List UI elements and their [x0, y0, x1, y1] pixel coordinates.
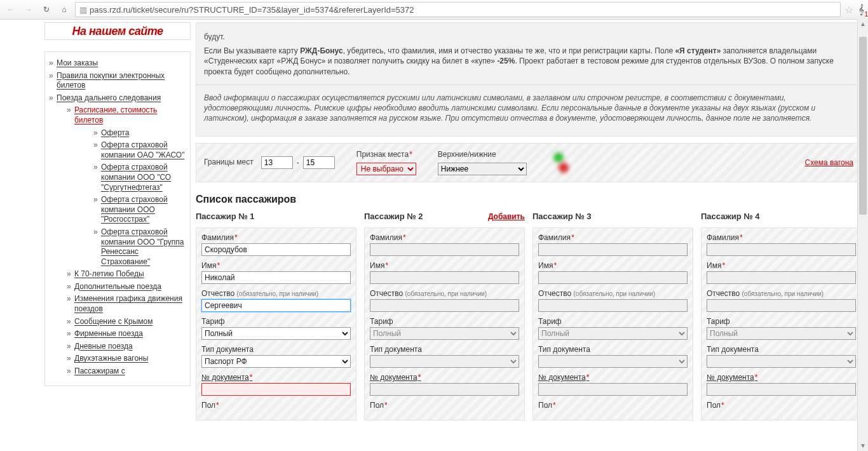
home-button[interactable]: ⌂ — [57, 3, 71, 17]
name-input[interactable] — [370, 271, 519, 284]
doctype-label: Тип документа — [370, 345, 519, 354]
surname-input[interactable] — [201, 243, 351, 256]
name-label: Имя — [201, 261, 351, 270]
passengers-heading: Список пассажиров — [196, 194, 862, 205]
docnum-label: № документа — [538, 373, 688, 382]
sidebar-link[interactable]: Дополнительные поезда — [74, 282, 161, 291]
seat-sign-label: Признак места — [356, 150, 416, 159]
patronymic-label: Отчество (обязательно, при наличии) — [707, 289, 856, 298]
doctype-label: Тип документа — [707, 345, 856, 354]
name-input[interactable] — [707, 271, 856, 284]
sidebar-link[interactable]: Оферта — [101, 128, 129, 137]
seat-tier-label: Верхние/нижние — [438, 150, 527, 159]
docnum-input[interactable] — [707, 383, 856, 396]
passenger-column: Пассажир № 4ФамилияИмяОтчество (обязател… — [701, 209, 862, 421]
seat-range-group: Границы мест - — [204, 156, 335, 169]
url-bar[interactable]: ▥ pass.rzd.ru/ticket/secure/ru?STRUCTURE… — [75, 2, 841, 17]
doctype-select[interactable]: Паспорт РФ — [370, 355, 519, 368]
sidebar-link[interactable]: Сообщение с Крымом — [74, 317, 153, 326]
seat-range-label: Границы мест — [204, 158, 254, 166]
patronymic-input[interactable] — [201, 299, 351, 312]
bookmark-star-icon[interactable]: ☆ — [844, 4, 853, 16]
scheme-link-wrap: Схема вагона — [805, 158, 853, 167]
patronymic-input[interactable] — [707, 299, 856, 312]
docnum-input[interactable] — [370, 383, 519, 396]
sidebar-link[interactable]: Изменения графика движения поездов — [74, 294, 182, 313]
surname-label: Фамилия — [538, 233, 688, 242]
surname-input[interactable] — [707, 243, 856, 256]
surname-input[interactable] — [370, 243, 519, 256]
seat-markers — [548, 154, 566, 172]
surname-label: Фамилия — [707, 233, 856, 242]
seat-options-bar: Границы мест - Признак места Не выбрано … — [196, 143, 862, 182]
name-input[interactable] — [201, 271, 351, 284]
page-scrollbar[interactable]: ▲ ▼ — [857, 19, 868, 421]
docnum-input[interactable] — [538, 383, 688, 396]
sidebar-link[interactable]: К 70-летию Победы — [74, 269, 144, 278]
url-text: pass.rzd.ru/ticket/secure/ru?STRUCTURE_I… — [90, 5, 414, 15]
info-box: будут. Если Вы указываете карту РЖД-Бону… — [196, 22, 862, 137]
seat-to-input[interactable] — [303, 156, 335, 169]
seat-sign-group: Признак места Не выбрано — [356, 150, 416, 175]
sidebar-link[interactable]: Поезда дальнего следования — [57, 93, 161, 102]
doctype-select[interactable]: Паспорт РФ — [707, 355, 856, 368]
scroll-up-arrow[interactable]: ▲ — [858, 19, 868, 29]
patronymic-input[interactable] — [370, 299, 519, 312]
sidebar-link[interactable]: Пассажирам с — [74, 367, 125, 375]
docnum-label: № документа — [370, 373, 519, 382]
sidebar-link[interactable]: Оферта страховой компании ОАО "ЖАСО" — [101, 140, 184, 159]
patronymic-input[interactable] — [538, 299, 688, 312]
wagon-scheme-link[interactable]: Схема вагона — [805, 158, 853, 167]
sidebar-link[interactable]: Оферта страховой компании ООО "СО "Сургу… — [101, 163, 171, 191]
passenger-title: Пассажир № 1 — [196, 212, 255, 221]
scroll-thumb[interactable] — [859, 37, 867, 215]
gender-label: Пол — [370, 401, 519, 410]
surname-label: Фамилия — [370, 233, 519, 242]
tariff-select[interactable]: Полный — [370, 327, 519, 340]
intro-rules: Ввод информации о пассажирах осуществляе… — [204, 93, 853, 124]
gender-label: Пол — [707, 401, 856, 410]
patronymic-label: Отчество (обязательно, при наличии) — [201, 289, 351, 298]
tariff-select[interactable]: Полный — [538, 327, 688, 340]
reload-button[interactable]: ↻ — [39, 3, 53, 17]
passenger-column: Пассажир № 1ФамилияИмяОтчество (обязател… — [196, 209, 356, 421]
sidebar-link[interactable]: Расписание, стоимость билетов — [74, 105, 157, 125]
gender-label: Пол — [201, 401, 351, 410]
docnum-label: № документа — [201, 373, 351, 382]
docnum-label: № документа — [707, 373, 856, 382]
doctype-select[interactable]: Паспорт РФ — [538, 355, 688, 368]
sidebar-nav: Мои заказыПравила покупки электронных би… — [44, 51, 191, 386]
tariff-select[interactable]: Полный — [707, 327, 856, 340]
sidebar-link[interactable]: Оферта страховой компании ООО "Росгосстр… — [101, 195, 168, 224]
surname-input[interactable] — [538, 243, 688, 256]
sidebar-link[interactable]: Фирменные поезда — [74, 329, 143, 338]
intro-bonus: Если Вы указываете карту РЖД-Бонус, убед… — [204, 46, 853, 77]
seat-sign-select[interactable]: Не выбрано — [356, 163, 416, 175]
tariff-label: Тариф — [370, 317, 519, 326]
tariff-label: Тариф — [707, 317, 856, 326]
passenger-column: Пассажир № 2ДобавитьФамилияИмяОтчество (… — [364, 209, 525, 421]
tariff-select[interactable]: Полный — [201, 327, 351, 340]
passenger-title: Пассажир № 2 — [364, 212, 423, 221]
sidebar-link[interactable]: Мои заказы — [57, 58, 98, 67]
seat-tier-select[interactable]: Нижнее — [438, 163, 527, 175]
sidebar: На нашем сайте Мои заказыПравила покупки… — [0, 22, 191, 421]
patronymic-label: Отчество (обязательно, при наличии) — [538, 289, 688, 298]
sidebar-link[interactable]: Оферта страховой компании ООО "Группа Ре… — [101, 227, 184, 266]
docnum-input[interactable] — [201, 383, 351, 396]
seat-from-input[interactable] — [261, 156, 293, 169]
passengers-section: Список пассажиров Пассажир № 1ФамилияИмя… — [196, 194, 862, 421]
extension-icon[interactable]: 𝄞1 — [858, 4, 864, 15]
sidebar-link[interactable]: Дневные поезда — [74, 342, 133, 351]
back-button[interactable]: ← — [4, 3, 18, 17]
add-passenger-link[interactable]: Добавить — [488, 212, 525, 221]
doctype-label: Тип документа — [538, 345, 688, 354]
main-content: будут. Если Вы указываете карту РЖД-Бону… — [191, 22, 868, 421]
doctype-select[interactable]: Паспорт РФ — [201, 355, 351, 368]
name-input[interactable] — [538, 271, 688, 284]
sidebar-link[interactable]: Двухэтажные вагоны — [74, 354, 148, 363]
forward-button[interactable]: → — [22, 3, 36, 17]
sidebar-link[interactable]: Правила покупки электронных билетов — [57, 71, 165, 90]
tariff-label: Тариф — [201, 317, 351, 326]
passenger-column: Пассажир № 3ФамилияИмяОтчество (обязател… — [532, 209, 693, 421]
